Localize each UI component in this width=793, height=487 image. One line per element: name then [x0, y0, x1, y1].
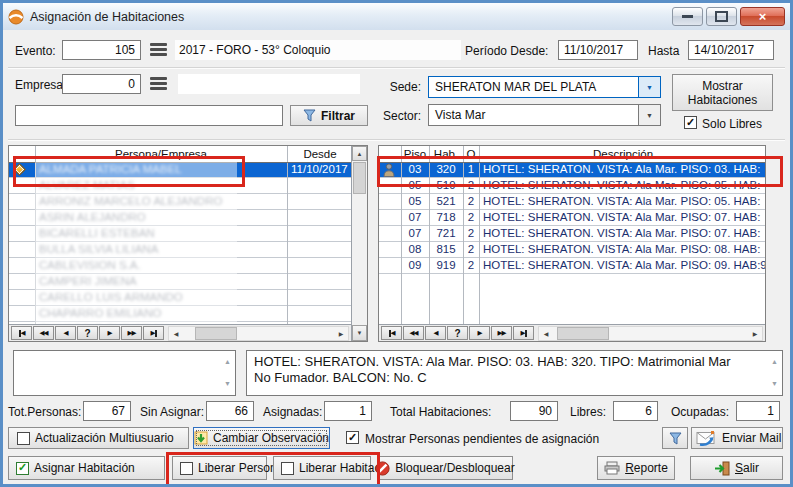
next-record-button[interactable]: ▶ [99, 326, 120, 340]
habitacion-row[interactable]: 05 519 2 HOTEL: SHERATON. VISTA: Ala Mar… [379, 178, 765, 194]
scroll-left-icon[interactable]: ◀ [169, 330, 183, 337]
column-divider [287, 146, 288, 324]
scrollbar-thumb[interactable] [195, 327, 237, 340]
scroll-left-icon[interactable]: ◀ [539, 330, 553, 337]
scrollbar-thumb[interactable] [557, 327, 609, 340]
evento-lookup-button[interactable] [150, 43, 167, 56]
prior-page-button[interactable]: ◀◀ [33, 326, 54, 340]
liberar-persona-button[interactable]: Liberar Persona [172, 456, 267, 480]
check-icon: ✓ [348, 432, 357, 443]
selected-persona-row[interactable]: ALMADA PATRICIA MABEL 11/10/2017 [9, 162, 351, 178]
mostrar-pendientes-label: Mostrar Personas pendientes de asignació… [365, 432, 599, 446]
habitacion-row[interactable]: 09 919 2 HOTEL: SHERATON. VISTA: Ala Mar… [379, 258, 765, 274]
scroll-right-icon[interactable]: ▶ [334, 330, 348, 337]
liberar-habitacion-button[interactable]: Liberar Habitación [273, 456, 371, 480]
sector-select[interactable]: Vista Mar ▼ [428, 104, 661, 126]
sede-select[interactable]: SHERATON MAR DEL PLATA ▼ [428, 76, 661, 98]
asignar-habitacion-button[interactable]: ✓ Asignar Habitación [8, 456, 165, 480]
first-record-button[interactable]: ◀ [11, 326, 32, 340]
maximize-button[interactable] [706, 7, 737, 26]
chevron-down-icon[interactable]: ▼ [638, 77, 660, 97]
persona-row[interactable]: CHAPARRO EMILIANO [9, 306, 351, 322]
first-record-button[interactable]: ◀ [381, 326, 402, 340]
scroll-right-icon[interactable]: ▶ [748, 330, 762, 337]
horizontal-scrollbar[interactable]: ◀ ▶ [538, 326, 763, 341]
scroll-up-icon[interactable]: ▲ [224, 354, 231, 370]
selected-habitacion-row[interactable]: 03 320 1 HOTEL: SHERATON. VISTA: Ala Mar… [379, 162, 765, 178]
libres-field: 6 [613, 401, 658, 421]
periodo-desde-label: Período Desde: [465, 44, 548, 58]
prior-page-button[interactable]: ◀◀ [403, 326, 424, 340]
column-divider [463, 146, 464, 324]
filtrar-button[interactable]: Filtrar [290, 105, 368, 126]
last-record-button[interactable]: ▶ [143, 326, 164, 340]
piso-cell: 07 [401, 226, 429, 241]
persona-name: ASRIN ALEJANDRO [39, 210, 285, 225]
scroll-down-button[interactable]: ▼ [352, 325, 367, 341]
habitacion-row[interactable]: 07 721 2 HOTEL: SHERATON. VISTA: Ala Mar… [379, 226, 765, 242]
unchecked-checkbox-icon [180, 462, 193, 475]
habitacion-row[interactable]: 07 718 2 HOTEL: SHERATON. VISTA: Ala Mar… [379, 210, 765, 226]
bloquear-desbloquear-button[interactable]: Bloquear/Desbloquear [377, 456, 513, 480]
scroll-up-button[interactable]: ▲ [352, 146, 367, 161]
prior-record-button[interactable]: ◀ [425, 326, 446, 340]
scroll-up-icon[interactable]: ▲ [771, 354, 778, 370]
persona-row[interactable]: BULLA SILVIA LILIANA [9, 242, 351, 258]
actualizacion-multiusuario-button[interactable]: Actualización Multiusuario [8, 427, 189, 449]
persona-row[interactable]: ALVAREZ MATIAS [9, 178, 351, 194]
vertical-scrollbar[interactable]: ▲ ▼ [351, 146, 367, 341]
multiusuario-checkbox[interactable] [17, 432, 30, 445]
horizontal-scrollbar[interactable]: ◀ ▶ [168, 326, 349, 341]
cambiar-observacion-button[interactable]: Cambiar Observación [193, 427, 330, 449]
persona-row[interactable]: CABLEVISION S.A. [9, 258, 351, 274]
asignadas-field: 1 [324, 401, 372, 421]
scrollbar-thumb[interactable] [353, 162, 366, 194]
solo-libres-checkbox[interactable]: ✓ [684, 116, 697, 129]
persona-row[interactable]: BICARELLI ESTEBAN [9, 226, 351, 242]
habitacion-observacion-textarea[interactable]: HOTEL: SHERATON. VISTA: Ala Mar. PISO: 0… [246, 350, 783, 396]
search-input[interactable] [15, 105, 283, 126]
persona-row[interactable]: CAMPERI JIMENA [9, 274, 351, 290]
chevron-down-icon[interactable]: ▼ [638, 105, 660, 125]
minimize-button[interactable] [672, 7, 703, 26]
persona-row[interactable]: ASRIN ALEJANDRO [9, 210, 351, 226]
icon-column-header [9, 146, 35, 162]
filter-pendientes-button[interactable] [662, 427, 688, 449]
scroll-down-icon[interactable]: ▼ [771, 376, 778, 392]
search-record-button[interactable]: ? [77, 326, 98, 340]
persona-name: CARELLO LUIS ARMANDO [39, 290, 285, 305]
prev-icon: ◀ [391, 329, 395, 337]
next-page-button[interactable]: ▶▶ [491, 326, 512, 340]
reporte-button[interactable]: Reporte [597, 456, 675, 480]
habitacion-observacion-text: HOTEL: SHERATON. VISTA: Ala Mar. PISO: 0… [254, 354, 731, 385]
prior-record-button[interactable]: ◀ [55, 326, 76, 340]
search-record-button[interactable]: ? [447, 326, 468, 340]
total-habitaciones-field: 90 [510, 401, 558, 421]
column-divider [429, 146, 430, 324]
persona-row[interactable]: CARELLO LUIS ARMANDO [9, 290, 351, 306]
last-record-button[interactable]: ▶ [513, 326, 534, 340]
next-page-button[interactable]: ▶▶ [121, 326, 142, 340]
mostrar-pendientes-checkbox[interactable]: ✓ [346, 431, 359, 444]
empresa-lookup-button[interactable] [150, 77, 167, 90]
persona-name: CABLEVISION S.A. [39, 258, 285, 273]
hasta-input[interactable]: 14/10/2017 [688, 40, 774, 60]
habitaciones-table: Piso Hab. O Descripción 03 320 1 HOTEL: … [378, 145, 766, 342]
empresa-input[interactable]: 0 [62, 74, 141, 94]
close-button[interactable]: × [740, 7, 785, 26]
libres-label: Libres: [570, 405, 606, 419]
header-underline [9, 162, 367, 163]
next-record-button[interactable]: ▶ [469, 326, 490, 340]
mostrar-habitaciones-button[interactable]: Mostrar Habitaciones [672, 74, 773, 111]
periodo-desde-input[interactable]: 11/10/2017 [558, 40, 638, 60]
habitacion-row[interactable]: 05 521 2 HOTEL: SHERATON. VISTA: Ala Mar… [379, 194, 765, 210]
scroll-down-icon[interactable]: ▼ [224, 376, 231, 392]
salir-button[interactable]: Salir [690, 456, 783, 480]
person-icon [383, 163, 395, 177]
hasta-label: Hasta [648, 44, 679, 58]
persona-observacion-textarea[interactable]: ▲ ▼ [13, 350, 236, 396]
persona-row[interactable]: ARRONIZ MARCELO ALEJANDRO [9, 194, 351, 210]
evento-input[interactable]: 105 [62, 40, 141, 60]
habitacion-row[interactable]: 08 815 2 HOTEL: SHERATON. VISTA: Ala Mar… [379, 242, 765, 258]
enviar-mail-button[interactable]: Enviar Mail [691, 427, 783, 449]
